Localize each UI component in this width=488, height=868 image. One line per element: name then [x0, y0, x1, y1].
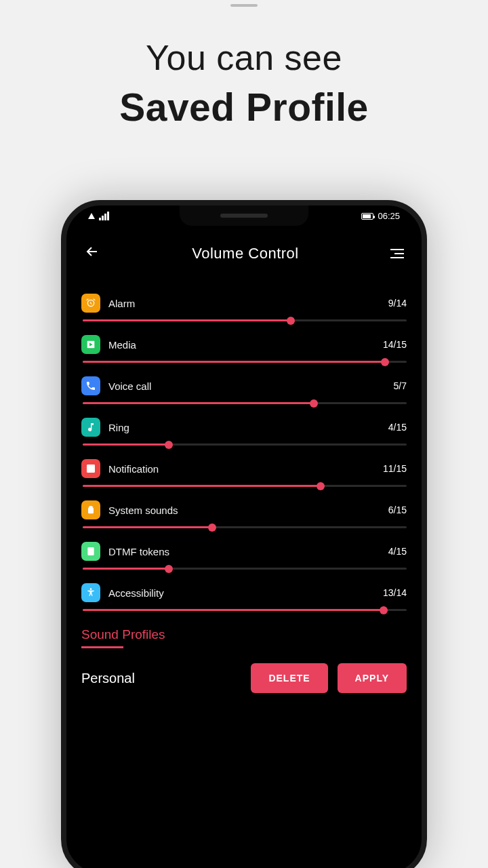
slider-row-notification: Notification11/15	[81, 459, 407, 487]
slider-ring[interactable]	[83, 443, 407, 446]
slider-alarm[interactable]	[83, 319, 407, 321]
phone-icon	[81, 376, 100, 395]
dtmf-icon	[81, 542, 100, 561]
slider-label: Media	[108, 339, 375, 351]
menu-icon[interactable]	[388, 246, 407, 261]
slider-value: 11/15	[383, 463, 407, 474]
slider-value: 4/15	[388, 546, 407, 557]
profile-name: Personal	[81, 671, 241, 686]
promo-title: You can see Saved Profile	[0, 37, 488, 130]
slider-dtmf-tokens[interactable]	[83, 568, 407, 570]
signal-icon	[99, 212, 109, 220]
slider-label: Ring	[108, 422, 380, 433]
slider-value: 13/14	[383, 587, 407, 598]
slider-row-ring: Ring4/15	[81, 418, 407, 446]
wifi-icon	[88, 213, 95, 219]
slider-value: 9/14	[388, 298, 407, 309]
slider-system-sounds[interactable]	[83, 526, 407, 528]
slider-row-dtmf-tokens: DTMF tokens4/15	[81, 542, 407, 570]
slider-value: 5/7	[394, 380, 407, 391]
slider-thumb[interactable]	[287, 317, 295, 325]
slider-label: Notification	[108, 463, 375, 475]
android-icon	[81, 500, 100, 519]
sound-profiles-heading: Sound Profiles	[81, 627, 407, 642]
slider-thumb[interactable]	[165, 565, 173, 573]
phone-mockup: 06:25 Volume Control Alarm9/14Media14/15…	[61, 200, 427, 868]
slider-row-voice-call: Voice call5/7	[81, 376, 407, 404]
slider-label: System sounds	[108, 505, 380, 516]
music-icon	[81, 418, 100, 437]
delete-button[interactable]: DELETE	[251, 663, 327, 693]
slider-value: 6/15	[388, 505, 407, 515]
apply-button[interactable]: APPLY	[338, 663, 407, 693]
alarm-icon	[81, 294, 100, 313]
slider-row-media: Media14/15	[81, 335, 407, 363]
profile-row: Personal DELETE APPLY	[81, 663, 407, 693]
slider-thumb[interactable]	[165, 441, 173, 449]
notification-icon	[81, 459, 100, 478]
media-icon	[81, 335, 100, 354]
slider-label: Voice call	[108, 380, 386, 392]
phone-notch	[180, 205, 308, 226]
slider-thumb[interactable]	[317, 482, 325, 490]
slider-thumb[interactable]	[380, 606, 388, 614]
slider-value: 14/15	[383, 339, 407, 350]
slider-thumb[interactable]	[310, 399, 318, 408]
slider-notification[interactable]	[83, 485, 407, 487]
slider-accessibility[interactable]	[83, 609, 407, 611]
slider-label: Accessibility	[108, 587, 375, 599]
accessibility-icon	[81, 583, 100, 602]
slider-media[interactable]	[83, 361, 407, 363]
drag-handle[interactable]	[230, 4, 258, 7]
app-header: Volume Control	[81, 241, 407, 267]
slider-thumb[interactable]	[381, 358, 389, 366]
slider-thumb[interactable]	[208, 524, 216, 532]
slider-value: 4/15	[388, 422, 407, 433]
slider-row-accessibility: Accessibility13/14	[81, 583, 407, 611]
page-title: Volume Control	[192, 245, 298, 262]
back-arrow-icon[interactable]	[81, 241, 103, 267]
promo-line-1: You can see	[0, 37, 488, 78]
slider-row-system-sounds: System sounds6/15	[81, 500, 407, 528]
slider-label: DTMF tokens	[108, 546, 380, 557]
heading-underline	[81, 646, 123, 648]
slider-row-alarm: Alarm9/14	[81, 294, 407, 321]
sliders-list: Alarm9/14Media14/15Voice call5/7Ring4/15…	[81, 294, 407, 611]
promo-line-2: Saved Profile	[0, 85, 488, 130]
battery-icon	[361, 213, 373, 220]
slider-voice-call[interactable]	[83, 402, 407, 404]
slider-label: Alarm	[108, 298, 380, 309]
status-time: 06:25	[378, 211, 400, 221]
